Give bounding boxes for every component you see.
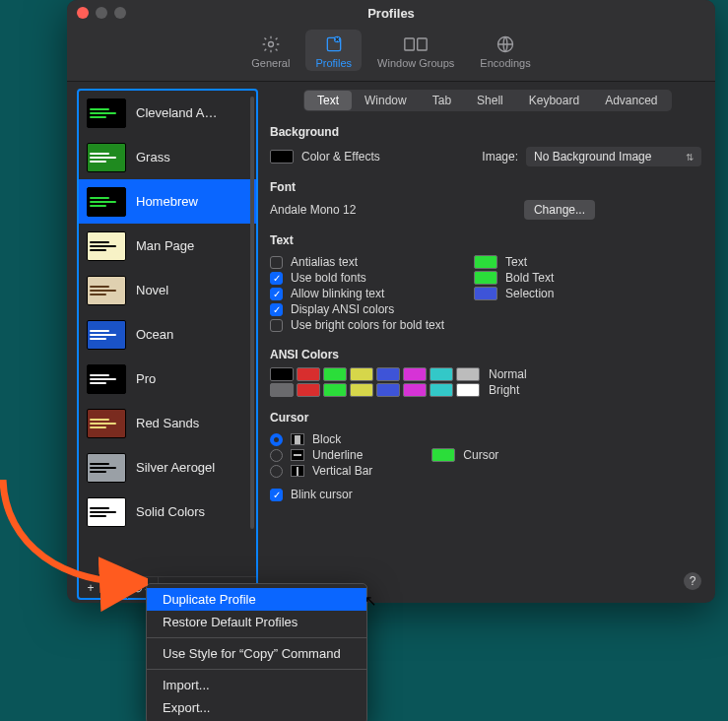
- profile-thumbnail: [87, 320, 126, 350]
- remove-profile-button[interactable]: −: [103, 577, 128, 599]
- profile-name: Grass: [136, 150, 170, 164]
- ansi-color-well[interactable]: [376, 383, 400, 397]
- color-well-icon: [474, 271, 497, 285]
- tab-tab[interactable]: Tab: [420, 91, 464, 110]
- tab-advanced[interactable]: Advanced: [592, 91, 670, 110]
- help-button[interactable]: ?: [684, 572, 701, 590]
- checkbox[interactable]: [270, 319, 283, 332]
- ansi-color-well[interactable]: [403, 367, 427, 381]
- change-font-button[interactable]: Change...: [524, 200, 595, 220]
- titlebar[interactable]: Profiles: [67, 0, 715, 26]
- menu-item[interactable]: Restore Default Profiles: [147, 611, 366, 633]
- text-options: Antialias text✓Use bold fonts✓Allow blin…: [270, 253, 444, 334]
- profile-row[interactable]: Novel: [79, 268, 256, 312]
- ansi-color-well[interactable]: [350, 383, 373, 397]
- color-well-icon: [474, 287, 497, 300]
- ansi-color-well[interactable]: [456, 383, 480, 397]
- profile-name: Silver Aerogel: [136, 460, 215, 475]
- ansi-color-well[interactable]: [376, 367, 400, 381]
- color-well[interactable]: Bold Text: [474, 271, 554, 285]
- cursor-shape-label: Vertical Bar: [312, 464, 372, 478]
- tab-text[interactable]: Text: [304, 91, 352, 110]
- profile-name: Solid Colors: [136, 504, 205, 519]
- section-background-title: Background: [270, 125, 701, 139]
- profile-actions-menu: Duplicate ProfileRestore Default Profile…: [146, 583, 367, 721]
- profile-thumbnail: [87, 187, 126, 217]
- option-label: Antialias text: [291, 255, 358, 269]
- toolbar-groups[interactable]: Window Groups: [367, 30, 464, 71]
- color-label: Text: [505, 255, 527, 269]
- color-well[interactable]: Selection: [474, 287, 554, 300]
- color-well[interactable]: Text: [474, 255, 554, 269]
- profile-thumbnail: [87, 231, 126, 261]
- toolbar: GeneralProfilesWindow GroupsEncodings: [67, 26, 715, 82]
- ansi-color-well[interactable]: [430, 367, 453, 381]
- font-value: Andale Mono 12: [270, 203, 356, 217]
- checkbox[interactable]: [270, 256, 283, 269]
- ansi-color-well[interactable]: [430, 383, 453, 397]
- profile-thumbnail: [87, 143, 126, 172]
- profile-thumbnail: [87, 364, 126, 394]
- profile-thumbnail: [87, 409, 126, 438]
- ansi-color-well[interactable]: [403, 383, 427, 397]
- option-label: Allow blinking text: [291, 287, 384, 300]
- color-label: Selection: [505, 287, 554, 300]
- profile-thumbnail: [87, 453, 126, 483]
- profile-name: Ocean: [136, 327, 173, 342]
- profile-row[interactable]: Ocean: [79, 312, 256, 357]
- blink-cursor-checkbox[interactable]: ✓: [270, 489, 283, 501]
- blink-cursor-label: Blink cursor: [291, 488, 353, 501]
- tab-keyboard[interactable]: Keyboard: [516, 91, 592, 110]
- radio[interactable]: [270, 465, 283, 478]
- profile-name: Novel: [136, 283, 168, 297]
- background-image-value: No Background Image: [534, 150, 651, 164]
- checkbox[interactable]: ✓: [270, 303, 283, 316]
- background-image-select[interactable]: No Background Image ⇅: [526, 147, 701, 166]
- ansi-color-well[interactable]: [270, 367, 294, 381]
- menu-item[interactable]: Use Style for “Copy” Command: [147, 642, 366, 665]
- color-well-icon: [431, 448, 455, 462]
- cursor-preview-icon: [291, 449, 304, 461]
- radio[interactable]: [270, 433, 283, 446]
- scrollbar[interactable]: [250, 97, 254, 529]
- tab-window[interactable]: Window: [352, 91, 420, 110]
- menu-item[interactable]: Export...: [147, 696, 366, 719]
- profile-thumbnail: [87, 276, 126, 305]
- option-label: Use bold fonts: [291, 271, 366, 285]
- profile-row[interactable]: Grass: [79, 135, 256, 179]
- cursor-shape-options: BlockUnderlineVertical Bar: [270, 430, 372, 480]
- profile-row[interactable]: Solid Colors: [79, 490, 256, 534]
- ansi-row-label: Normal: [489, 367, 527, 381]
- ansi-color-well[interactable]: [323, 367, 347, 381]
- toolbar-profiles[interactable]: Profiles: [305, 30, 362, 71]
- ansi-color-well[interactable]: [297, 367, 320, 381]
- checkbox[interactable]: ✓: [270, 288, 283, 300]
- menu-item[interactable]: Import...: [147, 674, 366, 696]
- add-profile-button[interactable]: +: [79, 577, 103, 599]
- cursor-color-well[interactable]: Cursor: [431, 432, 498, 478]
- svg-rect-3: [405, 38, 414, 50]
- background-color-well[interactable]: Color & Effects: [270, 150, 380, 164]
- toolbar-general[interactable]: General: [241, 30, 299, 71]
- ansi-color-well[interactable]: [297, 383, 320, 397]
- ansi-color-well[interactable]: [456, 367, 480, 381]
- ansi-color-well[interactable]: [350, 367, 373, 381]
- profile-row[interactable]: Silver Aerogel: [79, 445, 256, 490]
- radio[interactable]: [270, 449, 283, 462]
- ansi-color-well[interactable]: [270, 383, 294, 397]
- cursor-preview-icon: [291, 465, 304, 477]
- profile-row[interactable]: Pro: [79, 357, 256, 401]
- profile-row[interactable]: Red Sands: [79, 401, 256, 445]
- profile-list[interactable]: Cleveland A…GrassHomebrewMan PageNovelOc…: [79, 91, 256, 576]
- profile-row[interactable]: Cleveland A…: [79, 91, 256, 135]
- menu-item[interactable]: Duplicate Profile: [147, 588, 366, 611]
- ansi-color-well[interactable]: [323, 383, 347, 397]
- tab-shell[interactable]: Shell: [464, 91, 516, 110]
- option-label: Display ANSI colors: [291, 302, 394, 316]
- toolbar-encodings[interactable]: Encodings: [470, 30, 540, 71]
- profile-row[interactable]: Man Page: [79, 224, 256, 268]
- profile-thumbnail: [87, 98, 126, 128]
- checkbox[interactable]: ✓: [270, 272, 283, 285]
- profile-row[interactable]: Homebrew: [79, 179, 256, 224]
- profile-name: Man Page: [136, 238, 194, 253]
